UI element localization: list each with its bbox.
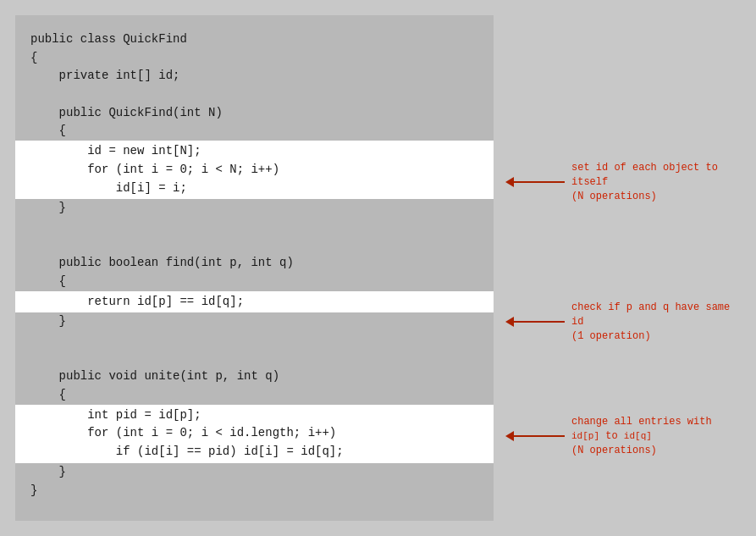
code-line-15: return id[p] == id[q]; [30, 293, 494, 312]
code-panel: public class QuickFind { private int[] i… [15, 15, 494, 521]
arrow-line-3 [514, 435, 565, 437]
arrow-2 [505, 317, 565, 327]
arrow-1 [505, 177, 565, 187]
code-line-9: id[i] = i; [30, 180, 494, 198]
code-line-25: } [30, 482, 494, 500]
annotation-3: change all entries with id[p] to id[q](N… [505, 415, 741, 457]
code-line-3: private int[] id; [30, 67, 494, 86]
code-line-24: } [30, 463, 494, 482]
arrow-3 [505, 431, 565, 441]
code-line-6: { [30, 122, 494, 141]
code-line-12 [30, 236, 494, 255]
code-line-5: public QuickFind(int N) [30, 104, 494, 123]
code-line-16: } [30, 312, 494, 331]
annotations-panel: set id of each object to itself(N operat… [494, 0, 756, 536]
annotation-text-2: check if p and q have same id(1 operatio… [571, 301, 741, 343]
arrow-head-2 [505, 317, 514, 327]
highlight-block-3: int pid = id[p]; for (int i = 0; i < id.… [15, 405, 494, 463]
code-line-8: for (int i = 0; i < N; i++) [30, 161, 494, 180]
code-line-18 [30, 350, 494, 368]
code-line-13: public boolean find(int p, int q) [30, 254, 494, 273]
annotation-1: set id of each object to itself(N operat… [505, 161, 741, 203]
annotation-2: check if p and q have same id(1 operatio… [505, 301, 741, 343]
code-line-22: for (int i = 0; i < id.length; i++) [30, 424, 494, 443]
code-line-7: id = new int[N]; [30, 142, 494, 161]
code-line-17 [30, 331, 494, 350]
code-line-23: if (id[i] == pid) id[i] = id[q]; [30, 443, 494, 461]
code-line-14: { [30, 273, 494, 291]
highlight-block-1: id = new int[N]; for (int i = 0; i < N; … [15, 141, 494, 199]
arrow-line-1 [514, 181, 565, 183]
code-line-1: public class QuickFind [30, 30, 494, 49]
annotation-text-3: change all entries with id[p] to id[q](N… [571, 415, 741, 457]
code-line-21: int pid = id[p]; [30, 406, 494, 425]
code-line-10: } [30, 199, 494, 218]
main-container: public class QuickFind { private int[] i… [0, 0, 756, 536]
arrow-head-1 [505, 177, 514, 187]
arrow-head-3 [505, 431, 514, 441]
code-line-19: public void unite(int p, int q) [30, 367, 494, 386]
code-line-4 [30, 86, 494, 104]
code-line-2: { [30, 49, 494, 68]
code-line-11 [30, 218, 494, 236]
code-line-20: { [30, 386, 494, 405]
annotation-text-1: set id of each object to itself(N operat… [571, 161, 741, 203]
arrow-line-2 [514, 321, 565, 323]
highlight-block-2: return id[p] == id[q]; [15, 291, 494, 313]
